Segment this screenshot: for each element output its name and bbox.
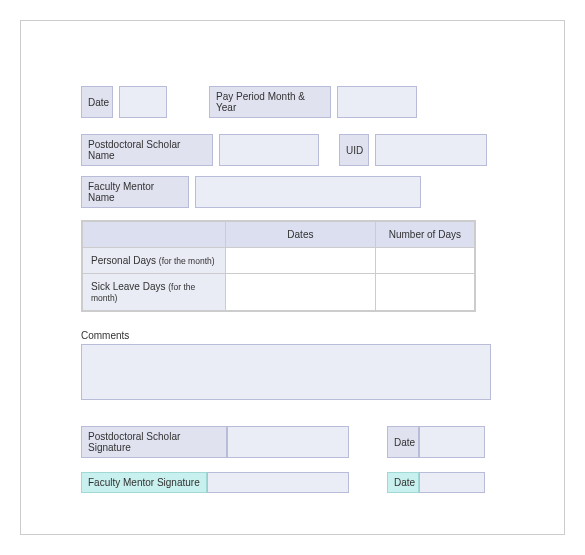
row-date-payperiod: Date Pay Period Month & Year [81,86,504,118]
row-scholar-signature: Postdoctoral Scholar Signature Date [81,426,504,458]
scholar-name-input[interactable] [219,134,319,166]
mentor-name-label: Faculty Mentor Name [81,176,189,208]
table-header-numdays: Number of Days [375,221,475,248]
form-page: Date Pay Period Month & Year Postdoctora… [20,20,565,535]
spacer [325,134,333,166]
mentor-sig-date-label: Date [387,472,419,493]
table-header-dates: Dates [226,221,376,248]
date-label: Date [81,86,113,118]
payperiod-label: Pay Period Month & Year [209,86,331,118]
uid-label: UID [339,134,369,166]
row-scholar-uid: Postdoctoral Scholar Name UID [81,134,504,166]
date-input[interactable] [119,86,167,118]
table-header-blank [82,221,226,248]
scholar-sig-date-input[interactable] [419,426,485,458]
sick-dates-cell[interactable] [226,274,376,312]
personal-numdays-cell[interactable] [375,248,475,274]
table-header-row: Dates Number of Days [82,221,475,248]
leave-table: Dates Number of Days Personal Days (for … [81,220,476,312]
spacer [173,86,203,118]
mentor-sig-label: Faculty Mentor Signature [81,472,207,493]
table-row: Sick Leave Days (for the month) [82,274,475,312]
scholar-name-label: Postdoctoral Scholar Name [81,134,213,166]
row-label-personal: Personal Days (for the month) [82,248,226,274]
sick-numdays-cell[interactable] [375,274,475,312]
scholar-sig-input[interactable] [227,426,349,458]
table-row: Personal Days (for the month) [82,248,475,274]
comments-input[interactable] [81,344,491,400]
uid-input[interactable] [375,134,487,166]
spacer [349,472,387,493]
mentor-name-input[interactable] [195,176,421,208]
payperiod-input[interactable] [337,86,417,118]
row-label-sick: Sick Leave Days (for the month) [82,274,226,312]
mentor-sig-input[interactable] [207,472,349,493]
row-mentor: Faculty Mentor Name [81,176,504,208]
comments-label: Comments [81,330,504,341]
scholar-sig-label: Postdoctoral Scholar Signature [81,426,227,458]
personal-dates-cell[interactable] [226,248,376,274]
mentor-sig-date-input[interactable] [419,472,485,493]
mentor-sig-group: Faculty Mentor Signature [81,472,349,493]
spacer [349,426,387,458]
scholar-sig-group: Postdoctoral Scholar Signature [81,426,349,458]
row-mentor-signature: Faculty Mentor Signature Date [81,472,504,493]
scholar-sig-date-label: Date [387,426,419,458]
